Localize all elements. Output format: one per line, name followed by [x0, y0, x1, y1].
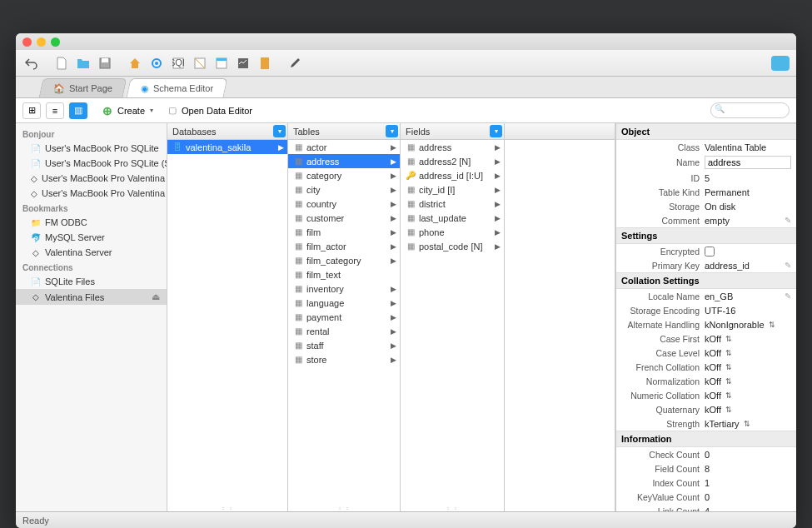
view-list-button[interactable]: ≡ [46, 102, 64, 119]
prop-row: Encrypted [616, 244, 796, 258]
view-tree-button[interactable]: ⊞ [22, 102, 41, 119]
prop-input[interactable] [705, 156, 791, 169]
arrow-icon: ▶ [391, 299, 396, 307]
sidebar-item[interactable]: 🐬MySQL Server [16, 230, 167, 245]
list-item[interactable]: ▦last_update▶ [401, 211, 504, 225]
edit-icon[interactable]: ✎ [785, 216, 791, 225]
dropdown-icon[interactable]: ⇅ [725, 363, 732, 371]
list-item[interactable]: ▦customer▶ [288, 211, 400, 225]
window-minimize-button[interactable] [37, 37, 46, 47]
eject-icon[interactable]: ⏏ [152, 291, 160, 302]
tab-label: Schema Editor [153, 83, 213, 93]
svg-rect-1 [102, 58, 108, 62]
undo-button[interactable] [22, 54, 41, 72]
color-picker-button[interactable] [286, 54, 304, 72]
arrow-icon: ▶ [495, 228, 501, 237]
dropdown-icon[interactable]: ⇅ [769, 321, 775, 329]
db-icon: 🗄 [172, 142, 182, 152]
form-button[interactable] [212, 54, 231, 72]
list-item[interactable]: ▦film_actor▶ [288, 239, 400, 253]
list-item[interactable]: ▦country▶ [288, 197, 400, 211]
sidebar-item[interactable]: ◇User's MacBook Pro Valentina [16, 171, 167, 186]
sidebar-item[interactable]: ◇Valentina Files⏏ [16, 289, 167, 305]
dropdown-icon[interactable]: ⇅ [725, 406, 732, 414]
list-item[interactable]: ▦staff▶ [288, 338, 400, 352]
list-item[interactable]: ▦district▶ [401, 197, 504, 211]
list-item[interactable]: ▦city▶ [288, 182, 400, 197]
list-item[interactable]: ▦postal_code [N]▶ [401, 239, 504, 253]
dropdown-icon[interactable]: ⇅ [725, 349, 732, 357]
data-editor-icon: ▢ [168, 105, 177, 116]
edit-icon[interactable]: ✎ [785, 261, 791, 270]
sidebar-item[interactable]: ◇User's MacBook Pro Valentina (S... [16, 186, 167, 201]
prop-checkbox[interactable] [705, 247, 715, 257]
save-button[interactable] [96, 54, 114, 72]
create-button[interactable]: Create [117, 106, 145, 116]
feedback-button[interactable] [771, 56, 790, 71]
fld-icon: ▦ [406, 213, 416, 223]
list-item[interactable]: ▦film▶ [288, 225, 400, 239]
arrow-icon: ▶ [495, 186, 501, 194]
list-item[interactable]: ▦address▶ [288, 154, 400, 168]
open-data-editor-button[interactable]: Open Data Editor [182, 106, 252, 116]
prop-row: StorageOn disk [616, 199, 796, 213]
dropdown-icon[interactable]: ⇅ [725, 335, 732, 343]
book-button[interactable] [256, 54, 274, 72]
list-item[interactable]: 🔑address_id [I:U]▶ [401, 168, 504, 182]
tab-schema-editor[interactable]: ◉ Schema Editor [127, 78, 228, 97]
sidebar-item[interactable]: 📄User's MacBook Pro SQLite (SSL) [16, 156, 167, 171]
prop-row: QuaternarykOff⇅ [616, 402, 796, 416]
column-header-tables[interactable]: Tables▾ [288, 123, 400, 140]
list-item[interactable]: ▦language▶ [288, 296, 400, 310]
column-header-databases[interactable]: Databases▾ [167, 123, 287, 140]
list-item[interactable]: 🗄valentina_sakila▶ [167, 140, 287, 154]
list-item[interactable]: ▦actor▶ [288, 140, 400, 154]
list-item[interactable]: ▦inventory▶ [288, 281, 400, 296]
edit-icon[interactable]: ✎ [785, 291, 791, 301]
column-databases: Databases▾ 🗄valentina_sakila▶ ⋮⋮ [167, 123, 288, 511]
sidebar-item[interactable]: ◇Valentina Server [16, 245, 167, 260]
dropdown-icon[interactable]: ▾ [150, 107, 153, 114]
monitor-button[interactable] [234, 54, 252, 72]
list-item[interactable]: ▦film_text [288, 267, 400, 281]
schema-button[interactable] [147, 54, 166, 72]
sql-button[interactable]: SQL [169, 54, 187, 72]
open-folder-button[interactable] [74, 54, 92, 72]
list-item[interactable]: ▦address2 [N]▶ [401, 154, 504, 168]
dropdown-icon[interactable]: ⇅ [725, 377, 732, 386]
mysql-icon: 🐬 [31, 232, 41, 242]
dropdown-icon[interactable]: ⇅ [744, 420, 750, 428]
dropdown-icon[interactable]: ⇅ [725, 391, 732, 400]
window-maximize-button[interactable] [51, 37, 60, 47]
list-item[interactable]: ▦category▶ [288, 168, 400, 182]
sub-toolbar: ⊞ ≡ ▥ ⊕ Create ▾ ▢ Open Data Editor [16, 98, 796, 123]
arrow-icon: ▶ [495, 172, 501, 180]
fld-icon: ▦ [406, 157, 416, 167]
view-columns-button[interactable]: ▥ [69, 102, 87, 119]
list-item[interactable]: ▦store▶ [288, 352, 400, 366]
new-file-button[interactable] [52, 54, 71, 72]
sidebar-item[interactable]: 📁FM ODBC [16, 215, 167, 230]
tab-start-page[interactable]: 🏠 Start Page [39, 78, 127, 97]
list-item[interactable]: ▦city_id [I]▶ [401, 182, 504, 197]
prop-row: Field Count8 [616, 461, 796, 476]
sidebar-item[interactable]: 📄User's MacBook Pro SQLite [16, 141, 167, 156]
report-button[interactable] [191, 54, 209, 72]
list-item[interactable]: ▦phone▶ [401, 225, 504, 239]
arrow-icon: ▶ [391, 356, 396, 364]
arrow-icon: ▶ [391, 285, 396, 293]
prop-row: Index Count1 [616, 476, 796, 490]
sidebar-item[interactable]: 📄SQLite Files [16, 274, 167, 289]
window-close-button[interactable] [22, 37, 32, 47]
prop-row: Commentempty✎ [616, 213, 796, 227]
prop-row: Primary Keyaddress_id✎ [616, 258, 796, 272]
column-header-fields[interactable]: Fields▾ [401, 123, 504, 140]
list-item[interactable]: ▦payment▶ [288, 310, 400, 324]
list-item[interactable]: ▦address▶ [401, 140, 504, 154]
search-input[interactable] [710, 102, 790, 118]
home-button[interactable] [126, 54, 144, 72]
arrow-icon: ▶ [391, 143, 396, 152]
list-item[interactable]: ▦film_category▶ [288, 253, 400, 267]
schema-icon: ◉ [141, 83, 149, 94]
list-item[interactable]: ▦rental▶ [288, 324, 400, 338]
